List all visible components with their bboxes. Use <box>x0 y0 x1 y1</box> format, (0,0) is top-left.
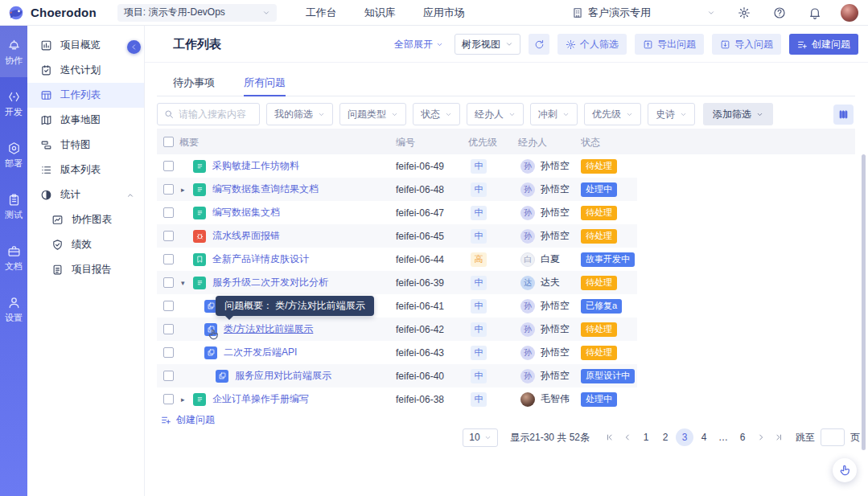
issue-summary-link[interactable]: 采购敏捷工作坊物料 <box>212 159 299 173</box>
issue-summary-link[interactable]: 编写数据集查询结果文档 <box>212 182 319 196</box>
primary-nav-设置[interactable]: 设置 <box>0 283 27 334</box>
sidebar-collapse-button[interactable] <box>127 40 141 54</box>
first-page-button[interactable] <box>601 428 619 446</box>
status-badge[interactable]: 待处理 <box>581 346 617 360</box>
issue-summary-link[interactable]: 类/方法对比前端展示 <box>224 322 313 336</box>
guide-floating-button[interactable] <box>833 458 857 482</box>
vertical-scrollbar[interactable] <box>862 154 866 450</box>
page-number-6[interactable]: 6 <box>734 428 751 446</box>
filter-dropdown-经办人[interactable]: 经办人 <box>467 103 524 125</box>
table-row[interactable]: 编写数据集文档 feifei-06-47 中 孙 孙悟空 待处理 <box>157 201 637 224</box>
primary-nav-文档[interactable]: 文档 <box>0 232 27 283</box>
expand-all-button[interactable]: 全部展开 <box>394 38 443 51</box>
row-checkbox[interactable] <box>163 364 174 387</box>
filter-dropdown-冲刺[interactable]: 冲刺 <box>530 103 578 125</box>
add-filter-button[interactable]: 添加筛选 <box>703 103 773 125</box>
row-checkbox[interactable] <box>163 224 174 248</box>
tab-待办事项[interactable]: 待办事项 <box>173 70 215 96</box>
issue-summary-link[interactable]: 编写数据集文档 <box>212 206 280 219</box>
status-badge[interactable]: 待处理 <box>581 159 617 174</box>
user-avatar[interactable] <box>841 4 858 22</box>
filter-dropdown-史诗[interactable]: 史诗 <box>648 103 695 125</box>
status-badge[interactable]: 待处理 <box>581 276 617 290</box>
issue-summary-link[interactable]: 流水线界面报错 <box>212 229 280 243</box>
prev-page-button[interactable] <box>619 428 636 446</box>
sidebar-item-绩效[interactable]: 绩效 <box>27 232 144 257</box>
table-row[interactable]: 类/方法对比前端展示 feifei-06-42 中 孙 孙悟空 待处理 <box>157 318 637 341</box>
status-badge[interactable]: 处理中 <box>581 182 617 197</box>
table-row[interactable]: 二次开发后端API feifei-06-43 中 孙 孙悟空 待处理 <box>157 341 637 364</box>
sidebar-item-项目报告[interactable]: 项目报告 <box>27 257 144 282</box>
row-expand-toggle[interactable]: ▸ <box>181 387 185 411</box>
status-badge[interactable]: 原型设计中 <box>581 369 635 383</box>
row-checkbox[interactable] <box>163 201 174 224</box>
column-config-button[interactable] <box>833 105 854 125</box>
refresh-button[interactable] <box>529 34 549 55</box>
export-issues-button[interactable]: 导出问题 <box>635 34 704 55</box>
issue-summary-link[interactable]: 全新产品详情皮肤设计 <box>212 252 309 266</box>
search-input[interactable] <box>179 109 253 120</box>
row-expand-toggle[interactable]: ▾ <box>181 271 185 294</box>
page-number-1[interactable]: 1 <box>637 428 655 446</box>
page-size-select[interactable]: 10 <box>463 428 498 447</box>
status-badge[interactable]: 故事开发中 <box>581 252 635 267</box>
row-checkbox[interactable] <box>163 294 174 318</box>
status-badge[interactable]: 待处理 <box>581 206 617 220</box>
row-checkbox[interactable] <box>163 248 174 271</box>
issue-summary-link[interactable]: 服务升级二次开发对比分析 <box>212 276 328 289</box>
filter-dropdown-优先级[interactable]: 优先级 <box>584 103 641 125</box>
personal-filter-button[interactable]: 个人筛选 <box>557 34 627 55</box>
status-badge[interactable]: 处理中 <box>581 392 617 407</box>
filter-dropdown-状态[interactable]: 状态 <box>413 103 460 125</box>
issue-summary-link[interactable]: 服务应用对比前端展示 <box>235 369 331 383</box>
tab-所有问题[interactable]: 所有问题 <box>244 70 286 96</box>
filter-dropdown-问题类型[interactable]: 问题类型 <box>339 103 406 125</box>
row-checkbox[interactable] <box>163 318 174 341</box>
view-mode-select[interactable]: 树形视图 <box>455 34 520 55</box>
status-badge[interactable]: 待处理 <box>581 322 617 337</box>
row-checkbox[interactable] <box>163 154 174 178</box>
table-row[interactable]: ▾ 服务升级二次开发对比分析 feifei-06-39 中 达 达夫 待处理 <box>157 271 637 294</box>
project-select[interactable]: 项目: 演示专用-DevOps <box>117 4 277 22</box>
row-checkbox[interactable] <box>163 341 174 364</box>
primary-nav-协作[interactable]: 协作 <box>0 26 27 77</box>
org-select[interactable]: 客户演示专用 <box>572 6 715 20</box>
table-row[interactable]: 流水线界面报错 feifei-06-45 中 孙 孙悟空 待处理 <box>157 224 637 248</box>
sidebar-item-版本列表[interactable]: 版本列表 <box>27 158 144 182</box>
bell-icon[interactable] <box>808 6 821 19</box>
issue-summary-link[interactable]: 企业订单操作手册编写 <box>212 392 309 406</box>
import-issues-button[interactable]: 导入问题 <box>712 34 781 55</box>
sidebar-item-协作图表[interactable]: 协作图表 <box>27 207 144 232</box>
table-row[interactable]: ▸ 编写数据集查询结果文档 feifei-06-48 中 孙 孙悟空 处理中 <box>157 178 637 201</box>
filter-dropdown-我的筛选[interactable]: 我的筛选 <box>266 103 333 125</box>
sidebar-item-统计[interactable]: 统计 <box>27 182 144 207</box>
row-checkbox[interactable] <box>163 271 174 294</box>
primary-nav-部署[interactable]: 部署 <box>0 129 27 180</box>
page-number-3[interactable]: 3 <box>676 428 693 446</box>
sidebar-item-工作列表[interactable]: 工作列表 <box>27 83 144 108</box>
table-row[interactable]: 服务应用对比前端展示 feifei-06-40 中 孙 孙悟空 原型设计中 <box>157 364 637 387</box>
create-issue-button[interactable]: 创建问题 <box>789 34 858 55</box>
issue-summary-link[interactable]: 二次开发后端API <box>224 346 297 359</box>
last-page-button[interactable] <box>770 428 788 446</box>
create-issue-link[interactable]: 创建问题 <box>161 413 215 427</box>
status-badge[interactable]: 待处理 <box>581 229 617 244</box>
page-number-4[interactable]: 4 <box>695 428 713 446</box>
sidebar-item-迭代计划[interactable]: 迭代计划 <box>27 58 144 83</box>
row-expand-toggle[interactable]: ▸ <box>181 178 185 201</box>
sidebar-item-故事地图[interactable]: 故事地图 <box>27 108 144 133</box>
select-all-checkbox[interactable] <box>163 137 174 150</box>
primary-nav-开发[interactable]: 开发 <box>0 77 27 129</box>
jump-page-input[interactable] <box>821 428 845 446</box>
row-checkbox[interactable] <box>163 387 174 411</box>
topbar-menu-2[interactable]: 应用市场 <box>423 6 465 20</box>
status-badge[interactable]: 已修复a <box>581 299 622 314</box>
gear-icon[interactable] <box>738 6 751 19</box>
table-row[interactable]: 全新产品详情皮肤设计 feifei-06-44 高 白 白夏 故事开发中 <box>157 248 637 271</box>
next-page-button[interactable] <box>752 428 770 446</box>
topbar-menu-1[interactable]: 知识库 <box>364 6 396 20</box>
primary-nav-测试[interactable]: 测试 <box>0 180 27 232</box>
page-number-2[interactable]: 2 <box>656 428 674 446</box>
row-checkbox[interactable] <box>163 178 174 201</box>
topbar-menu-0[interactable]: 工作台 <box>306 6 337 20</box>
